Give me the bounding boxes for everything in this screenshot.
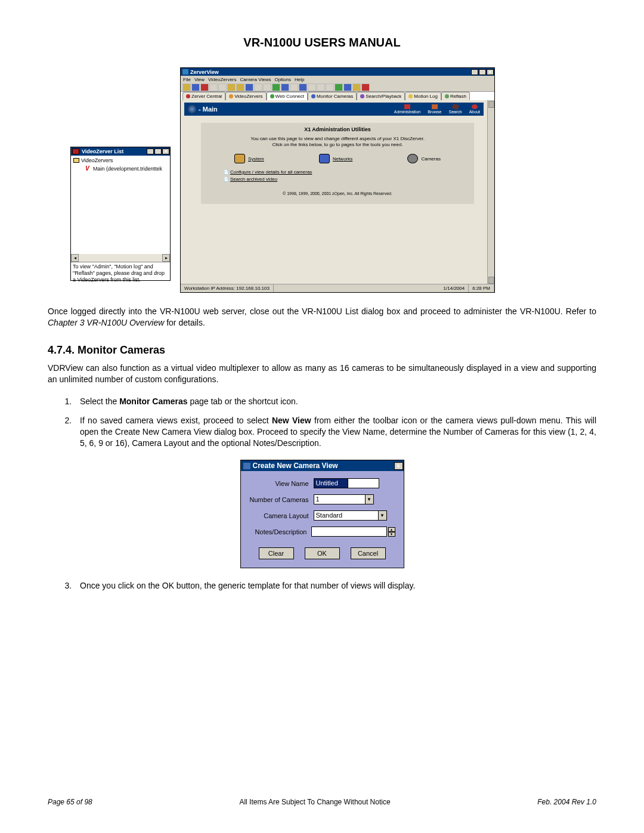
view-name-input[interactable]: Untitled <box>314 478 348 488</box>
toolbar-button[interactable] <box>281 83 289 91</box>
create-new-camera-view-dialog: Create New Camera View × View Name Untit… <box>240 460 404 568</box>
menu-file[interactable]: File <box>183 77 191 82</box>
screenshot-zerverview: VideoZerver List _ □ × VideoZervers V Ma… <box>48 67 596 294</box>
scroll-left-icon[interactable]: ◂ <box>71 254 79 262</box>
text-bold: Monitor Cameras <box>119 397 187 406</box>
tree-root[interactable]: VideoZervers <box>72 157 169 163</box>
text: page tab or the shortcut icon. <box>188 397 298 406</box>
minimize-button[interactable]: _ <box>147 148 154 154</box>
scroll-down-icon[interactable] <box>488 277 494 284</box>
footer-revision: Feb. 2004 Rev 1.0 <box>537 798 596 806</box>
administration-link[interactable]: Administration <box>394 104 420 114</box>
toolbar-button[interactable] <box>182 83 191 91</box>
clear-button[interactable]: Clear <box>259 547 294 559</box>
text: for details. <box>164 318 205 327</box>
h-scrollbar[interactable]: ◂ ▸ <box>71 254 170 262</box>
scroll-up-icon[interactable] <box>488 101 494 108</box>
camera-layout-select[interactable]: Standard <box>314 510 378 521</box>
zv-content: - Main Administration Browse Search Abou… <box>181 100 494 285</box>
tab-label: VideoZervers <box>234 94 262 99</box>
vzlist-titlebar: VideoZerver List _ □ × <box>71 147 170 156</box>
toolbar-button[interactable] <box>200 83 209 91</box>
tree-item[interactable]: V Main (development.tridenttek <box>72 165 169 172</box>
status-ip: Workstation IP Address: 192.168.10.103 <box>181 284 274 292</box>
toolbar-button[interactable] <box>308 83 316 91</box>
dropdown-icon[interactable]: ▼ <box>378 510 387 521</box>
tab-label: Web Connect <box>275 94 304 99</box>
tab-zerver-central[interactable]: Zerver Central <box>182 92 225 100</box>
tab-web-connect[interactable]: Web Connect <box>267 92 308 100</box>
spin-down-icon[interactable]: ▼ <box>388 532 395 537</box>
toolbar-button[interactable] <box>191 83 200 91</box>
spin-up-icon[interactable]: ▲ <box>388 527 395 532</box>
tab-icon <box>270 94 274 98</box>
tab-reflash[interactable]: Reflash <box>441 92 470 100</box>
search-link[interactable]: Search <box>449 104 462 114</box>
menu-bar: File View VideoZervers Camera Views Opti… <box>181 76 494 83</box>
banner: - Main Administration Browse Search Abou… <box>184 103 484 116</box>
toolbar-button[interactable] <box>361 83 370 91</box>
maximize-button[interactable]: □ <box>479 69 486 75</box>
toolbar-button[interactable] <box>317 83 325 91</box>
toolbar-button[interactable] <box>299 83 307 91</box>
toolbar-button[interactable] <box>352 83 361 91</box>
dialog-title: Create New Camera View <box>253 462 394 470</box>
scroll-right-icon[interactable]: ▸ <box>162 254 170 262</box>
toolbar-button[interactable] <box>236 83 244 91</box>
toolbar-button[interactable] <box>263 83 271 91</box>
tab-videozervers[interactable]: VideoZervers <box>225 92 266 100</box>
toolbar-button[interactable] <box>245 83 253 91</box>
notes-input[interactable] <box>311 527 386 537</box>
copyright-text: © 1998, 1999, 2000, 2001 zOpen, Inc. All… <box>207 191 468 196</box>
close-button[interactable]: × <box>162 148 169 154</box>
toolbar-button[interactable] <box>335 83 343 91</box>
system-link[interactable]: System <box>234 154 264 163</box>
cancel-button[interactable]: Cancel <box>351 547 386 559</box>
tab-motion-log[interactable]: Motion Log <box>405 92 441 100</box>
page-title: VR-N100U USERS MANUAL <box>48 36 596 49</box>
view-name-input-extra[interactable] <box>348 478 379 488</box>
text: Once logged directly into the VR-N100U w… <box>48 306 596 316</box>
toolbar-button[interactable] <box>254 83 262 91</box>
minimize-button[interactable]: _ <box>471 69 478 75</box>
search-archived-link[interactable]: Search archived video <box>224 176 468 182</box>
row-num-cameras: Number of Cameras 1 ▼ <box>249 494 395 504</box>
menu-camera-views[interactable]: Camera Views <box>240 77 271 82</box>
footer-notice: All Items Are Subject To Change Without … <box>239 798 390 806</box>
toolbar-button[interactable] <box>326 83 334 91</box>
icon-label: Browse <box>428 110 441 114</box>
toolbar-button[interactable] <box>290 83 298 91</box>
menu-help[interactable]: Help <box>295 77 304 82</box>
toolbar-button[interactable] <box>218 83 227 91</box>
menu-options[interactable]: Options <box>274 77 291 82</box>
label-notes: Notes/Description <box>249 528 307 535</box>
section-number: 4.7.4. <box>48 344 75 356</box>
vzlist-title: VideoZerver List <box>80 148 147 154</box>
browse-link[interactable]: Browse <box>428 104 441 114</box>
maximize-button[interactable]: □ <box>154 148 162 154</box>
v-scrollbar[interactable] <box>487 100 494 285</box>
zv-titlebar: ZerverView _ □ × <box>181 68 494 76</box>
menu-videozervers[interactable]: VideoZervers <box>208 77 236 82</box>
tab-search-playback[interactable]: Search/Playback <box>357 92 405 100</box>
tree-root-label: VideoZervers <box>81 157 113 163</box>
camera-icon <box>407 154 418 163</box>
ok-button[interactable]: OK <box>305 547 340 559</box>
tab-label: Reflash <box>450 94 466 99</box>
close-button[interactable]: × <box>487 69 494 75</box>
dropdown-icon[interactable]: ▼ <box>365 494 374 504</box>
toolbar-button[interactable] <box>227 83 236 91</box>
paragraph: Once logged directly into the VR-N100U w… <box>48 306 596 329</box>
num-cameras-select[interactable]: 1 <box>314 494 365 504</box>
networks-link[interactable]: Networks <box>319 154 352 163</box>
toolbar-button[interactable] <box>272 83 280 91</box>
cameras-link[interactable]: Cameras <box>407 154 440 163</box>
toolbar-button[interactable] <box>209 83 218 91</box>
about-link[interactable]: About <box>469 104 480 114</box>
close-button[interactable]: × <box>394 462 403 470</box>
toolbar-button[interactable] <box>343 83 352 91</box>
tab-monitor-cameras[interactable]: Monitor Cameras <box>308 92 357 100</box>
menu-view[interactable]: View <box>194 77 205 82</box>
configure-cameras-link[interactable]: Configure / view details for all cameras <box>224 169 468 175</box>
dialog-titlebar: Create New Camera View × <box>241 460 404 471</box>
